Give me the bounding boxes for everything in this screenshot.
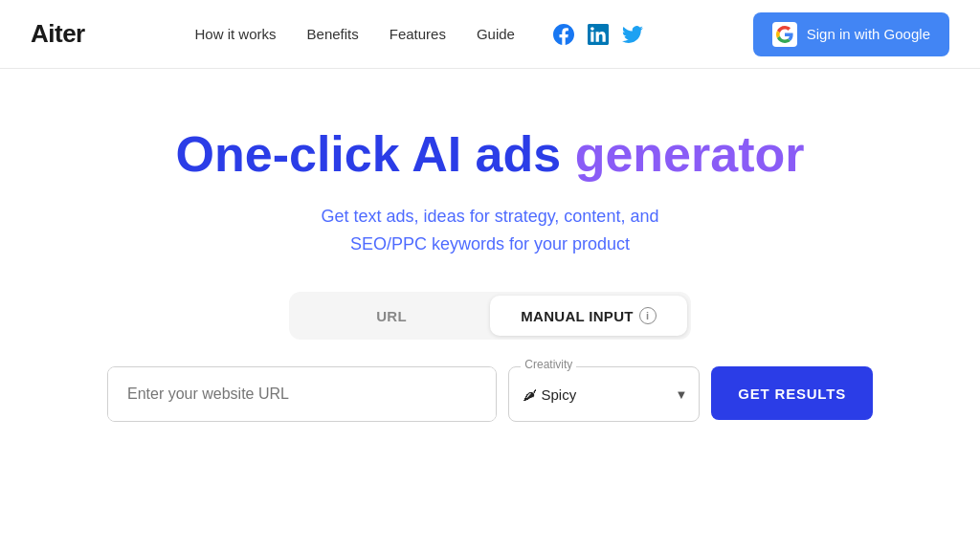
hero-title: One-click AI ads generator: [176, 126, 805, 184]
twitter-icon[interactable]: [622, 24, 643, 45]
hero-subtitle: Get text ads, ideas for strategy, conten…: [322, 203, 659, 258]
header: Aiter How it works Benefits Features Gui…: [0, 0, 980, 69]
tab-url[interactable]: URL: [293, 296, 490, 336]
input-row: Creativity 🌶 Spicy 🌿 Mild 🔥 Wild ▼ GET R…: [107, 366, 873, 422]
url-input-wrap: [107, 366, 497, 422]
main-content: One-click AI ads generator Get text ads,…: [0, 69, 980, 460]
url-input[interactable]: [108, 367, 496, 421]
google-icon: [772, 22, 797, 47]
hero-subtitle-line1: Get text ads, ideas for strategy, conten…: [322, 207, 659, 226]
creativity-wrap: Creativity 🌶 Spicy 🌿 Mild 🔥 Wild ▼: [508, 366, 700, 422]
main-nav: How it works Benefits Features Guide: [195, 24, 643, 45]
creativity-select[interactable]: 🌶 Spicy 🌿 Mild 🔥 Wild: [509, 367, 699, 421]
nav-how-it-works[interactable]: How it works: [195, 26, 277, 42]
sign-in-button[interactable]: Sign in with Google: [753, 12, 949, 56]
sign-in-label: Sign in with Google: [807, 26, 930, 42]
linkedin-icon[interactable]: [588, 24, 609, 45]
hero-subtitle-line2: SEO/PPC keywords for your product: [350, 234, 630, 253]
hero-title-part2: generator: [575, 126, 805, 182]
nav-guide[interactable]: Guide: [477, 26, 515, 42]
tab-manual-input[interactable]: MANUAL INPUT i: [490, 296, 687, 336]
hero-title-part1: One-click AI ads: [176, 126, 575, 182]
social-links: [553, 24, 643, 45]
info-icon: i: [639, 307, 657, 324]
nav-features[interactable]: Features: [390, 26, 446, 42]
tab-manual-label: MANUAL INPUT: [521, 308, 633, 324]
logo: Aiter: [31, 19, 85, 49]
tab-container: URL MANUAL INPUT i: [289, 292, 691, 340]
creativity-label: Creativity: [521, 358, 576, 371]
get-results-button[interactable]: GET RESULTS: [711, 366, 873, 420]
facebook-icon[interactable]: [553, 24, 574, 45]
nav-benefits[interactable]: Benefits: [307, 26, 359, 42]
